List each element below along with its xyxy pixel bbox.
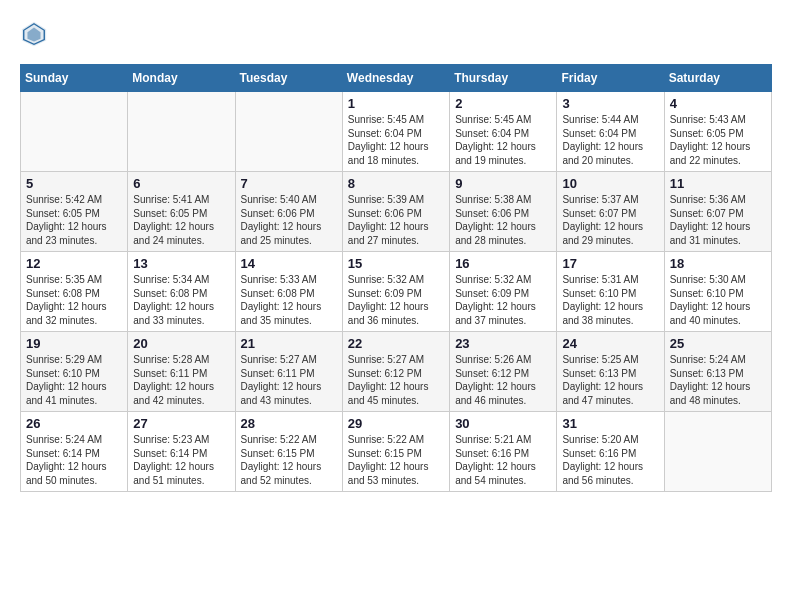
day-number: 24 <box>562 336 658 351</box>
day-info: Sunrise: 5:45 AM Sunset: 6:04 PM Dayligh… <box>455 113 551 167</box>
day-cell: 25Sunrise: 5:24 AM Sunset: 6:13 PM Dayli… <box>664 332 771 412</box>
page-header <box>20 20 772 48</box>
day-header-tuesday: Tuesday <box>235 65 342 92</box>
day-number: 31 <box>562 416 658 431</box>
day-number: 23 <box>455 336 551 351</box>
day-number: 6 <box>133 176 229 191</box>
day-info: Sunrise: 5:24 AM Sunset: 6:14 PM Dayligh… <box>26 433 122 487</box>
day-info: Sunrise: 5:24 AM Sunset: 6:13 PM Dayligh… <box>670 353 766 407</box>
day-number: 9 <box>455 176 551 191</box>
day-info: Sunrise: 5:43 AM Sunset: 6:05 PM Dayligh… <box>670 113 766 167</box>
day-info: Sunrise: 5:42 AM Sunset: 6:05 PM Dayligh… <box>26 193 122 247</box>
week-row-4: 19Sunrise: 5:29 AM Sunset: 6:10 PM Dayli… <box>21 332 772 412</box>
day-info: Sunrise: 5:33 AM Sunset: 6:08 PM Dayligh… <box>241 273 337 327</box>
day-number: 15 <box>348 256 444 271</box>
day-info: Sunrise: 5:25 AM Sunset: 6:13 PM Dayligh… <box>562 353 658 407</box>
day-cell: 12Sunrise: 5:35 AM Sunset: 6:08 PM Dayli… <box>21 252 128 332</box>
day-header-thursday: Thursday <box>450 65 557 92</box>
day-info: Sunrise: 5:35 AM Sunset: 6:08 PM Dayligh… <box>26 273 122 327</box>
day-cell: 10Sunrise: 5:37 AM Sunset: 6:07 PM Dayli… <box>557 172 664 252</box>
day-cell: 5Sunrise: 5:42 AM Sunset: 6:05 PM Daylig… <box>21 172 128 252</box>
day-cell: 11Sunrise: 5:36 AM Sunset: 6:07 PM Dayli… <box>664 172 771 252</box>
day-number: 2 <box>455 96 551 111</box>
day-cell: 23Sunrise: 5:26 AM Sunset: 6:12 PM Dayli… <box>450 332 557 412</box>
week-row-5: 26Sunrise: 5:24 AM Sunset: 6:14 PM Dayli… <box>21 412 772 492</box>
calendar-table: SundayMondayTuesdayWednesdayThursdayFrid… <box>20 64 772 492</box>
day-header-sunday: Sunday <box>21 65 128 92</box>
day-info: Sunrise: 5:40 AM Sunset: 6:06 PM Dayligh… <box>241 193 337 247</box>
day-info: Sunrise: 5:28 AM Sunset: 6:11 PM Dayligh… <box>133 353 229 407</box>
day-header-saturday: Saturday <box>664 65 771 92</box>
day-cell: 3Sunrise: 5:44 AM Sunset: 6:04 PM Daylig… <box>557 92 664 172</box>
day-number: 17 <box>562 256 658 271</box>
day-cell: 20Sunrise: 5:28 AM Sunset: 6:11 PM Dayli… <box>128 332 235 412</box>
day-number: 12 <box>26 256 122 271</box>
day-number: 5 <box>26 176 122 191</box>
day-number: 22 <box>348 336 444 351</box>
day-cell: 17Sunrise: 5:31 AM Sunset: 6:10 PM Dayli… <box>557 252 664 332</box>
day-info: Sunrise: 5:32 AM Sunset: 6:09 PM Dayligh… <box>455 273 551 327</box>
day-info: Sunrise: 5:23 AM Sunset: 6:14 PM Dayligh… <box>133 433 229 487</box>
day-number: 29 <box>348 416 444 431</box>
day-cell: 16Sunrise: 5:32 AM Sunset: 6:09 PM Dayli… <box>450 252 557 332</box>
day-cell <box>235 92 342 172</box>
day-info: Sunrise: 5:38 AM Sunset: 6:06 PM Dayligh… <box>455 193 551 247</box>
day-info: Sunrise: 5:31 AM Sunset: 6:10 PM Dayligh… <box>562 273 658 327</box>
logo-icon <box>20 20 48 48</box>
day-cell: 28Sunrise: 5:22 AM Sunset: 6:15 PM Dayli… <box>235 412 342 492</box>
week-row-3: 12Sunrise: 5:35 AM Sunset: 6:08 PM Dayli… <box>21 252 772 332</box>
day-header-friday: Friday <box>557 65 664 92</box>
day-number: 10 <box>562 176 658 191</box>
day-number: 20 <box>133 336 229 351</box>
day-info: Sunrise: 5:27 AM Sunset: 6:11 PM Dayligh… <box>241 353 337 407</box>
header-row: SundayMondayTuesdayWednesdayThursdayFrid… <box>21 65 772 92</box>
day-number: 16 <box>455 256 551 271</box>
day-cell: 30Sunrise: 5:21 AM Sunset: 6:16 PM Dayli… <box>450 412 557 492</box>
day-cell: 14Sunrise: 5:33 AM Sunset: 6:08 PM Dayli… <box>235 252 342 332</box>
week-row-2: 5Sunrise: 5:42 AM Sunset: 6:05 PM Daylig… <box>21 172 772 252</box>
day-number: 25 <box>670 336 766 351</box>
day-cell <box>21 92 128 172</box>
day-info: Sunrise: 5:39 AM Sunset: 6:06 PM Dayligh… <box>348 193 444 247</box>
day-info: Sunrise: 5:21 AM Sunset: 6:16 PM Dayligh… <box>455 433 551 487</box>
day-info: Sunrise: 5:30 AM Sunset: 6:10 PM Dayligh… <box>670 273 766 327</box>
day-info: Sunrise: 5:36 AM Sunset: 6:07 PM Dayligh… <box>670 193 766 247</box>
day-header-monday: Monday <box>128 65 235 92</box>
day-number: 28 <box>241 416 337 431</box>
day-cell: 22Sunrise: 5:27 AM Sunset: 6:12 PM Dayli… <box>342 332 449 412</box>
day-cell: 19Sunrise: 5:29 AM Sunset: 6:10 PM Dayli… <box>21 332 128 412</box>
day-info: Sunrise: 5:41 AM Sunset: 6:05 PM Dayligh… <box>133 193 229 247</box>
day-info: Sunrise: 5:29 AM Sunset: 6:10 PM Dayligh… <box>26 353 122 407</box>
day-cell: 8Sunrise: 5:39 AM Sunset: 6:06 PM Daylig… <box>342 172 449 252</box>
day-cell: 31Sunrise: 5:20 AM Sunset: 6:16 PM Dayli… <box>557 412 664 492</box>
day-cell: 9Sunrise: 5:38 AM Sunset: 6:06 PM Daylig… <box>450 172 557 252</box>
day-number: 13 <box>133 256 229 271</box>
day-cell: 27Sunrise: 5:23 AM Sunset: 6:14 PM Dayli… <box>128 412 235 492</box>
day-info: Sunrise: 5:37 AM Sunset: 6:07 PM Dayligh… <box>562 193 658 247</box>
day-header-wednesday: Wednesday <box>342 65 449 92</box>
day-number: 18 <box>670 256 766 271</box>
day-info: Sunrise: 5:32 AM Sunset: 6:09 PM Dayligh… <box>348 273 444 327</box>
day-cell <box>664 412 771 492</box>
day-info: Sunrise: 5:34 AM Sunset: 6:08 PM Dayligh… <box>133 273 229 327</box>
day-number: 8 <box>348 176 444 191</box>
day-info: Sunrise: 5:45 AM Sunset: 6:04 PM Dayligh… <box>348 113 444 167</box>
day-number: 3 <box>562 96 658 111</box>
day-number: 14 <box>241 256 337 271</box>
day-cell: 13Sunrise: 5:34 AM Sunset: 6:08 PM Dayli… <box>128 252 235 332</box>
day-info: Sunrise: 5:20 AM Sunset: 6:16 PM Dayligh… <box>562 433 658 487</box>
day-number: 1 <box>348 96 444 111</box>
logo <box>20 20 52 48</box>
day-number: 21 <box>241 336 337 351</box>
day-number: 4 <box>670 96 766 111</box>
day-cell: 26Sunrise: 5:24 AM Sunset: 6:14 PM Dayli… <box>21 412 128 492</box>
day-cell: 24Sunrise: 5:25 AM Sunset: 6:13 PM Dayli… <box>557 332 664 412</box>
day-cell: 6Sunrise: 5:41 AM Sunset: 6:05 PM Daylig… <box>128 172 235 252</box>
day-cell: 15Sunrise: 5:32 AM Sunset: 6:09 PM Dayli… <box>342 252 449 332</box>
day-info: Sunrise: 5:22 AM Sunset: 6:15 PM Dayligh… <box>348 433 444 487</box>
day-cell: 7Sunrise: 5:40 AM Sunset: 6:06 PM Daylig… <box>235 172 342 252</box>
day-info: Sunrise: 5:27 AM Sunset: 6:12 PM Dayligh… <box>348 353 444 407</box>
day-number: 7 <box>241 176 337 191</box>
day-cell: 2Sunrise: 5:45 AM Sunset: 6:04 PM Daylig… <box>450 92 557 172</box>
day-number: 19 <box>26 336 122 351</box>
